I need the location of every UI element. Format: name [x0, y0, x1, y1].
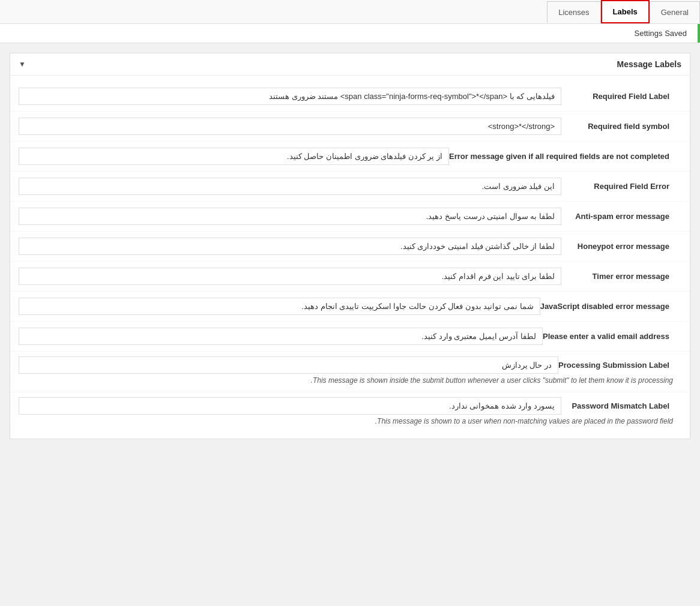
field-input-required-field-label[interactable] — [19, 88, 561, 105]
top-navigation: Licenses Labels General — [0, 0, 700, 24]
form-row-timer-error: Timer error message — [10, 262, 690, 292]
field-input-error-required-fields[interactable] — [19, 148, 449, 165]
field-input-js-disabled-error[interactable] — [19, 298, 540, 315]
form-row-required-field-symbol: Required field symbol — [10, 112, 690, 142]
tab-licenses[interactable]: Licenses — [547, 1, 600, 23]
field-input-password-mismatch[interactable] — [19, 397, 561, 415]
field-label-password-mismatch: Password Mismatch Label — [561, 401, 681, 410]
field-label-processing-submission: Processing Submission Label — [558, 361, 681, 370]
form-row-honeypot-error: Honeypot error message — [10, 232, 690, 262]
form-row-processing-submission: Processing Submission LabelThis message … — [10, 352, 690, 392]
section-title: Message Labels — [617, 59, 681, 69]
field-label-valid-email: Please enter a valid email address — [543, 332, 681, 341]
form-row-js-disabled-error: JavaScript disabled error message — [10, 292, 690, 322]
section-header: ▼ Message Labels — [10, 53, 690, 76]
field-label-js-disabled-error: JavaScript disabled error message — [540, 302, 681, 311]
field-label-timer-error: Timer error message — [561, 272, 681, 281]
field-label-honeypot-error: Honeypot error message — [561, 242, 681, 251]
field-input-required-field-symbol[interactable] — [19, 118, 561, 135]
tab-general[interactable]: General — [650, 1, 700, 23]
field-hint-password-mismatch: This message is shown to a user when non… — [19, 415, 681, 430]
form-row-valid-email: Please enter a valid email address — [10, 322, 690, 352]
form-row-anti-spam-error: Anti-spam error message — [10, 202, 690, 232]
field-label-anti-spam-error: Anti-spam error message — [561, 212, 681, 221]
tab-labels[interactable]: Labels — [601, 0, 650, 23]
form-row-required-field-label: Required Field Label — [10, 82, 690, 112]
settings-saved-bar: Settings Saved — [0, 24, 700, 43]
field-hint-processing-submission: This message is shown inside the submit … — [19, 374, 681, 389]
field-input-valid-email[interactable] — [19, 328, 543, 345]
form-row-password-mismatch: Password Mismatch LabelThis message is s… — [10, 392, 690, 433]
field-input-honeypot-error[interactable] — [19, 238, 561, 255]
field-label-required-field-error: Required Field Error — [561, 182, 681, 191]
collapse-arrow-icon[interactable]: ▼ — [19, 60, 26, 68]
field-label-error-required-fields: Error message given if all required fiel… — [449, 152, 681, 161]
field-label-required-field-label: Required Field Label — [561, 92, 681, 101]
field-input-timer-error[interactable] — [19, 268, 561, 285]
section-body: Required Field LabelRequired field symbo… — [10, 76, 690, 439]
message-labels-section: ▼ Message Labels Required Field LabelReq… — [10, 53, 690, 439]
form-row-required-field-error: Required Field Error — [10, 172, 690, 202]
form-row-error-required-fields: Error message given if all required fiel… — [10, 142, 690, 172]
field-label-required-field-symbol: Required field symbol — [561, 122, 681, 131]
field-input-processing-submission[interactable] — [19, 356, 558, 374]
field-input-anti-spam-error[interactable] — [19, 208, 561, 225]
main-content: ▼ Message Labels Required Field LabelReq… — [0, 43, 700, 458]
settings-saved-text: Settings Saved — [635, 29, 687, 38]
field-input-required-field-error[interactable] — [19, 178, 561, 195]
